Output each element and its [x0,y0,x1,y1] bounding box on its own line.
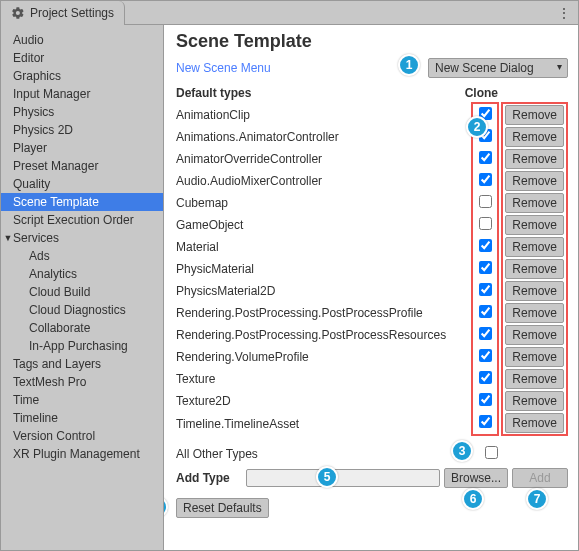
remove-button[interactable]: Remove [505,171,564,191]
sidebar-item-label: Player [13,141,47,155]
sidebar-item-label: Quality [13,177,50,191]
clone-checkbox[interactable] [479,151,492,164]
sidebar-item-physics-2d[interactable]: Physics 2D [1,121,163,139]
menu-icon[interactable]: ⋮ [550,2,578,24]
remove-button[interactable]: Remove [505,413,564,433]
sidebar: AudioEditorGraphicsInput ManagerPhysicsP… [1,25,164,550]
add-type-label: Add Type [176,471,242,485]
sidebar-item-tags-and-layers[interactable]: Tags and Layers [1,355,163,373]
sidebar-item-version-control[interactable]: Version Control [1,427,163,445]
sidebar-item-analytics[interactable]: Analytics [1,265,163,283]
clone-checkbox[interactable] [479,349,492,362]
type-row: PhysicsMaterial2DRemove [176,280,567,302]
tab-project-settings[interactable]: Project Settings [1,1,125,25]
sidebar-item-label: Script Execution Order [13,213,134,227]
sidebar-item-ads[interactable]: Ads [1,247,163,265]
type-label: Animations.AnimatorController [176,126,472,148]
gear-icon [11,6,25,20]
badge-3: 3 [451,440,473,462]
sidebar-item-label: Editor [13,51,44,65]
type-row: Animations.AnimatorControllerRemove [176,126,567,148]
sidebar-item-cloud-diagnostics[interactable]: Cloud Diagnostics [1,301,163,319]
remove-button[interactable]: Remove [505,347,564,367]
remove-button[interactable]: Remove [505,215,564,235]
sidebar-item-quality[interactable]: Quality [1,175,163,193]
browse-button[interactable]: Browse... [444,468,508,488]
type-label: Rendering.VolumeProfile [176,346,472,368]
reset-defaults-button[interactable]: Reset Defaults [176,498,269,518]
sidebar-item-graphics[interactable]: Graphics [1,67,163,85]
add-type-input[interactable] [246,469,440,487]
add-button[interactable]: Add [512,468,568,488]
sidebar-item-script-execution-order[interactable]: Script Execution Order [1,211,163,229]
clone-checkbox[interactable] [479,305,492,318]
type-label: AnimatorOverrideController [176,148,472,170]
badge-6: 6 [462,488,484,510]
clone-checkbox[interactable] [479,217,492,230]
sidebar-item-timeline[interactable]: Timeline [1,409,163,427]
sidebar-item-time[interactable]: Time [1,391,163,409]
default-types-header: Default types [176,86,251,100]
remove-button[interactable]: Remove [505,193,564,213]
sidebar-item-preset-manager[interactable]: Preset Manager [1,157,163,175]
types-table: AnimationClipRemoveAnimations.AnimatorCo… [176,102,568,436]
all-other-types-checkbox[interactable] [485,446,498,459]
remove-button[interactable]: Remove [505,259,564,279]
sidebar-item-in-app-purchasing[interactable]: In-App Purchasing [1,337,163,355]
new-scene-menu-link[interactable]: New Scene Menu [176,61,271,75]
clone-checkbox[interactable] [479,415,492,428]
sidebar-item-input-manager[interactable]: Input Manager [1,85,163,103]
sidebar-item-label: Graphics [13,69,61,83]
sidebar-item-label: Physics 2D [13,123,73,137]
remove-button[interactable]: Remove [505,237,564,257]
remove-button[interactable]: Remove [505,303,564,323]
type-row: Rendering.PostProcessing.PostProcessProf… [176,302,567,324]
clone-checkbox[interactable] [479,195,492,208]
sidebar-item-label: Input Manager [13,87,90,101]
sidebar-item-physics[interactable]: Physics [1,103,163,121]
clone-checkbox[interactable] [479,393,492,406]
clone-header: Clone [465,86,498,100]
clone-checkbox[interactable] [479,283,492,296]
clone-checkbox[interactable] [479,327,492,340]
type-label: AnimationClip [176,103,472,126]
sidebar-item-label: TextMesh Pro [13,375,86,389]
type-row: MaterialRemove [176,236,567,258]
type-label: Timeline.TimelineAsset [176,412,472,435]
sidebar-item-scene-template[interactable]: Scene Template [1,193,163,211]
sidebar-item-audio[interactable]: Audio [1,31,163,49]
type-row: AnimatorOverrideControllerRemove [176,148,567,170]
header-bar: Project Settings ⋮ [1,1,578,25]
sidebar-item-textmesh-pro[interactable]: TextMesh Pro [1,373,163,391]
sidebar-item-editor[interactable]: Editor [1,49,163,67]
clone-checkbox[interactable] [479,173,492,186]
main-panel: Scene Template New Scene Menu 1 New Scen… [164,25,578,550]
remove-button[interactable]: Remove [505,281,564,301]
sidebar-item-player[interactable]: Player [1,139,163,157]
sidebar-item-collaborate[interactable]: Collaborate [1,319,163,337]
remove-button[interactable]: Remove [505,369,564,389]
new-scene-dropdown[interactable]: New Scene Dialog [428,58,568,78]
remove-button[interactable]: Remove [505,105,564,125]
type-label: Cubemap [176,192,472,214]
type-label: GameObject [176,214,472,236]
sidebar-item-services[interactable]: ▼Services [1,229,163,247]
remove-button[interactable]: Remove [505,391,564,411]
type-row: AnimationClipRemove [176,103,567,126]
sidebar-item-xr-plugin-management[interactable]: XR Plugin Management [1,445,163,463]
remove-button[interactable]: Remove [505,127,564,147]
type-row: PhysicMaterialRemove [176,258,567,280]
remove-button[interactable]: Remove [505,325,564,345]
clone-checkbox[interactable] [479,261,492,274]
type-label: Rendering.PostProcessing.PostProcessReso… [176,324,472,346]
type-row: Rendering.PostProcessing.PostProcessReso… [176,324,567,346]
type-row: Timeline.TimelineAssetRemove [176,412,567,435]
remove-button[interactable]: Remove [505,149,564,169]
clone-checkbox[interactable] [479,239,492,252]
sidebar-item-cloud-build[interactable]: Cloud Build [1,283,163,301]
sidebar-item-label: XR Plugin Management [13,447,140,461]
type-label: PhysicsMaterial2D [176,280,472,302]
type-row: Rendering.VolumeProfileRemove [176,346,567,368]
badge-7: 7 [526,488,548,510]
clone-checkbox[interactable] [479,371,492,384]
